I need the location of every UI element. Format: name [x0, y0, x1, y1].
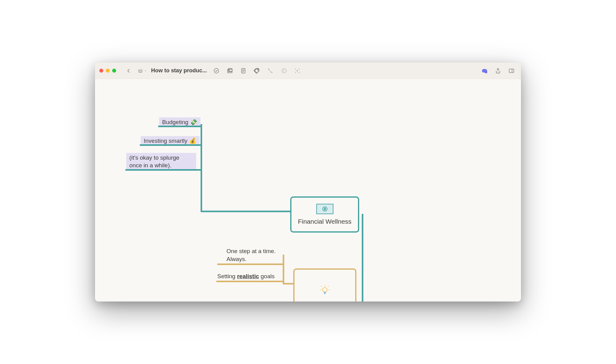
node-text-prefix: Setting [217, 273, 237, 279]
node-underline [216, 281, 284, 282]
hexagon-back-icon [281, 68, 287, 74]
collaborate-icon [481, 68, 488, 74]
share-icon [495, 68, 501, 74]
node-label: Financial Wellness [298, 218, 352, 225]
note-button[interactable] [238, 66, 249, 76]
image-icon [227, 68, 233, 74]
image-button[interactable] [225, 66, 235, 76]
sidebar-icon [508, 68, 515, 74]
mindmap-node[interactable]: (it's okay to splurge once in a while). [126, 153, 196, 170]
svg-point-4 [229, 70, 230, 71]
node-text-emph: realistic [237, 273, 259, 279]
share-button[interactable] [493, 66, 503, 76]
document-title[interactable]: How to stay produc... [151, 67, 207, 74]
mindmap-node[interactable]: One step at a time. Always. [226, 247, 276, 263]
collaborate-button[interactable] [479, 66, 490, 76]
svg-marker-12 [282, 69, 286, 73]
svg-rect-17 [509, 69, 514, 73]
app-window: How to stay produc... [95, 63, 521, 301]
money-icon [316, 204, 333, 214]
node-underline [140, 144, 202, 146]
svg-line-24 [321, 286, 322, 287]
checklist-button[interactable] [211, 66, 222, 76]
sidebar-toggle-button[interactable] [506, 66, 517, 76]
close-window-button[interactable] [99, 69, 103, 73]
fullscreen-window-button[interactable] [112, 69, 116, 73]
connector-icon [267, 68, 273, 74]
window-controls [99, 69, 116, 73]
back-button[interactable] [124, 66, 134, 76]
focus-icon [294, 68, 300, 74]
svg-line-25 [328, 286, 329, 287]
shape-back-button[interactable] [279, 66, 289, 76]
mindmap-central-node[interactable]: Financial Wellness [290, 196, 359, 233]
node-text: (it's okay to splurge once in a while). [129, 154, 179, 169]
svg-marker-1 [214, 68, 219, 73]
node-text-suffix: goals [259, 273, 275, 279]
node-text: Investing smartly 💰 [144, 138, 196, 144]
minimize-window-button[interactable] [106, 69, 110, 73]
tag-button[interactable] [252, 66, 262, 76]
focus-button[interactable] [292, 66, 302, 76]
svg-point-20 [323, 287, 327, 292]
mindmap-box-node[interactable] [293, 268, 356, 301]
check-badge-icon [213, 68, 219, 74]
node-text-line2: Always. [226, 256, 246, 262]
chevron-left-icon [126, 68, 132, 74]
node-underline [158, 126, 202, 127]
node-text: Budgeting 💸 [162, 119, 197, 125]
tag-icon [254, 68, 260, 74]
mindmap-node[interactable]: Setting realistic goals [217, 272, 275, 280]
mindmap-canvas[interactable]: Budgeting 💸 Investing smartly 💰 (it's ok… [95, 79, 521, 301]
chevron-down-icon [144, 69, 147, 72]
mindmap-view-icon [137, 68, 143, 74]
node-underline [125, 169, 202, 171]
node-underline [217, 264, 284, 265]
toolbar: How to stay produc... [95, 63, 521, 79]
connector-button[interactable] [265, 66, 276, 76]
node-text-line1: One step at a time. [226, 248, 276, 254]
lightbulb-icon [319, 283, 331, 297]
note-icon [240, 68, 246, 74]
svg-point-13 [297, 70, 298, 71]
view-mode-dropdown[interactable] [137, 66, 147, 76]
